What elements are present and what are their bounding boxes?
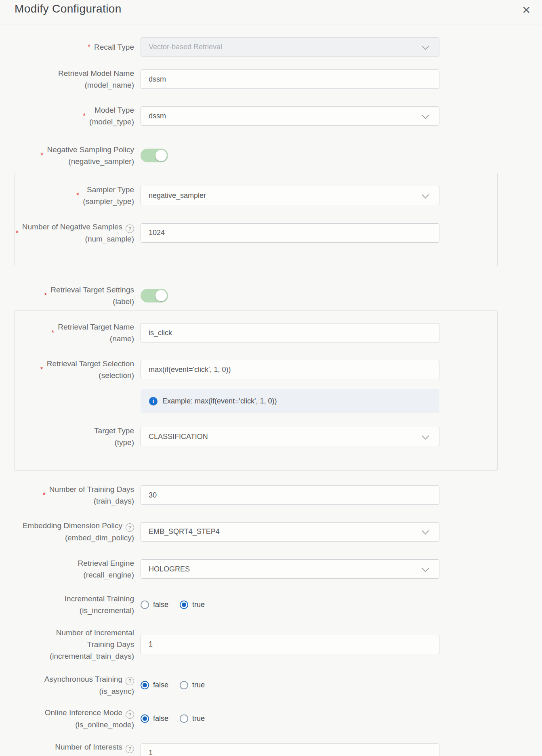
field-label: Number of Interests [55,743,122,751]
field-label: Retrieval Engine [78,557,134,569]
field-row-recall-engine: * Retrieval Engine (recall_engine) HOLOG… [15,557,542,581]
info-icon: i [149,397,158,405]
help-icon[interactable]: ? [126,710,134,719]
group-box-target: * Retrieval Target Name (name) * Retriev… [15,311,498,470]
field-row-train-days: * Number of Training Days (train_days) [15,483,542,507]
field-label: Retrieval Model Name [58,67,134,79]
field-label: Number of Training Days [49,483,134,495]
field-label: Number of Incremental Training Days [50,627,134,650]
field-code: (embed_dim_policy) [23,532,134,544]
radio-circle [141,714,149,723]
field-row-selection: * Retrieval Target Selection (selection) [15,358,497,381]
field-label: Number of Negative Samples [22,223,122,231]
field-label: Model Type [89,104,134,116]
field-row-incremental-train-days: * Number of Incremental Training Days (i… [15,627,542,662]
num-sample-input[interactable] [141,223,439,243]
field-code: (is_incremental) [65,605,134,616]
radio-circle [180,681,188,689]
field-label: Retrieval Target Name [58,321,134,333]
help-icon[interactable]: ? [126,523,134,532]
radio-circle [141,601,149,609]
field-label: Incremental Training [65,593,134,605]
field-code: (type) [94,437,134,448]
required-asterisk: * [40,364,43,376]
field-code: (recall_engine) [78,569,134,581]
model-name-input[interactable] [141,69,439,89]
field-code: (label) [50,296,134,307]
field-row-recall-type: * Recall Type Vector-based Retrieval [15,37,542,57]
is-online-mode-radio-group: false true [141,714,439,723]
is-async-radio-group: false true [141,681,439,689]
train-days-input[interactable] [141,485,439,505]
radio-true[interactable]: true [180,714,205,723]
incremental-train-days-input[interactable] [141,635,439,654]
chevron-down-icon [422,42,429,50]
recall-engine-select[interactable]: HOLOGRES [141,559,439,579]
alert-text: Example: max(if(event='click', 1, 0)) [162,397,277,405]
required-asterisk: * [76,190,79,202]
chevron-down-icon [422,565,429,572]
required-asterisk: * [44,290,47,302]
field-label: Asynchronous Training [44,675,122,683]
chevron-down-icon [422,432,429,439]
required-asterisk: * [83,110,86,122]
group-box-sampler: * Sampler Type (sampler_type) negative_s… [15,173,498,266]
field-code: (is_online_mode) [45,719,134,731]
target-type-select[interactable]: CLASSIFICATION [141,427,439,446]
field-label: Online Inference Mode [45,708,122,717]
field-code: (incremental_train_days) [50,650,134,662]
field-row-negative-sampler: * Negative Sampling Policy (negative_sam… [15,144,542,167]
field-label: Recall Type [94,41,134,53]
help-icon[interactable]: ? [126,745,134,753]
field-code: (sampler_type) [83,195,134,207]
retrieval-target-settings-toggle[interactable] [141,289,168,302]
radio-circle [180,714,188,723]
field-row-is-online-mode: * Online Inference Mode? (is_online_mode… [15,707,542,731]
required-asterisk: * [41,150,44,162]
field-row-num-interests: * Number of Interests? (num_interests) [15,741,542,756]
page-title: Modify Configuration [15,2,122,15]
dialog-header: Modify Configuration ✕ [0,0,542,25]
recall-type-select[interactable]: Vector-based Retrieval [141,37,439,57]
radio-false[interactable]: false [141,714,168,723]
field-code: (num_interests) [55,753,134,756]
field-code: (train_days) [49,495,134,507]
radio-false[interactable]: false [141,681,168,689]
target-selection-input[interactable] [141,360,439,379]
embed-dim-policy-select[interactable]: EMB_SQRT4_STEP4 [141,522,439,542]
required-asterisk: * [51,327,54,339]
field-code: (negative_sampler) [47,155,134,167]
field-label: Sampler Type [83,184,134,195]
field-row-label: * Retrieval Target Settings (label) [15,284,542,307]
is-incremental-radio-group: false true [141,601,439,609]
modify-configuration-form: * Recall Type Vector-based Retrieval * R… [0,25,542,756]
selection-hint-row: i Example: max(if(event='click', 1, 0)) [15,389,497,413]
field-row-embed-dim-policy: * Embedding Dimension Policy? (embed_dim… [15,520,542,544]
chevron-down-icon [422,111,429,119]
radio-false[interactable]: false [141,601,168,609]
radio-circle [180,601,188,609]
radio-true[interactable]: true [180,681,205,689]
field-row-is-async: * Asynchronous Training? (is_async) fals… [15,673,542,697]
field-row-model-name: * Retrieval Model Name (model_name) [15,67,542,91]
field-label: Target Type [94,425,134,437]
required-asterisk: * [16,227,19,239]
field-row-num-sample: * Number of Negative Samples? (num_sampl… [15,221,497,245]
field-row-name: * Retrieval Target Name (name) [15,321,497,344]
chevron-down-icon [422,191,429,198]
field-row-type: * Target Type (type) CLASSIFICATION [15,425,497,448]
help-icon[interactable]: ? [126,225,134,233]
close-icon[interactable]: ✕ [520,3,532,17]
radio-true[interactable]: true [180,601,205,609]
negative-sampler-toggle[interactable] [141,149,168,162]
num-interests-input[interactable] [141,743,439,756]
field-code: (selection) [47,370,134,381]
field-label: Embedding Dimension Policy [23,521,122,530]
field-row-is-incremental: * Incremental Training (is_incremental) … [15,593,542,616]
example-alert: i Example: max(if(event='click', 1, 0)) [141,389,439,413]
toggle-knob [155,290,167,301]
model-type-select[interactable]: dssm [141,106,439,126]
help-icon[interactable]: ? [126,677,134,685]
target-name-input[interactable] [141,323,439,342]
sampler-type-select[interactable]: negative_sampler [141,186,439,205]
